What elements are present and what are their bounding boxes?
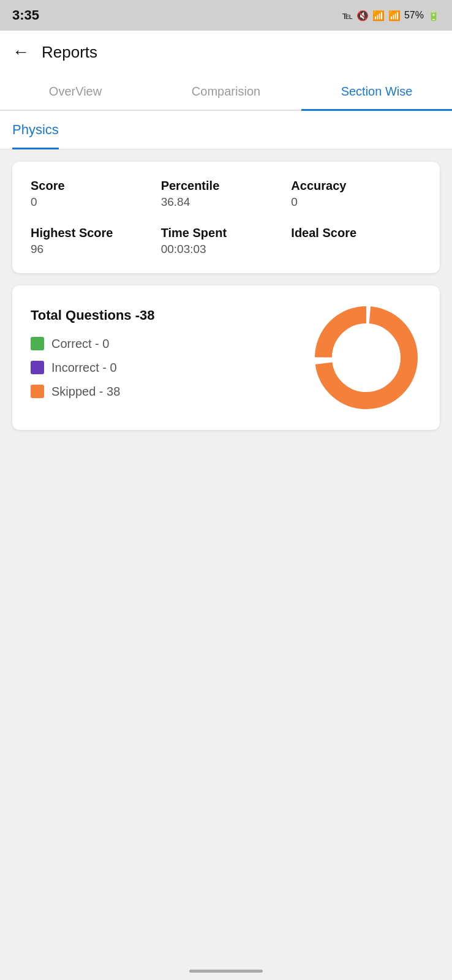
score-item-ideal-score: Ideal Score (291, 226, 421, 256)
main-content: Score 0 Percentile 36.84 Accuracy 0 High… (0, 149, 452, 793)
page-title: Reports (42, 43, 97, 62)
score-item-highest: Highest Score 96 (31, 226, 161, 256)
signal-icon: 📶 (388, 10, 401, 21)
status-icons: ℡ 🔇 📶 📶 57% 🔋 (342, 10, 440, 21)
section-tab-physics[interactable]: Physics (12, 111, 59, 149)
questions-title: Total Questions -38 (31, 307, 311, 323)
status-time: 3:35 (12, 7, 39, 23)
back-button[interactable]: ← (12, 42, 29, 62)
svg-point-0 (323, 315, 409, 401)
questions-legend: Total Questions -38 Correct - 0 Incorrec… (31, 307, 311, 409)
status-bar: 3:35 ℡ 🔇 📶 📶 57% 🔋 (0, 0, 452, 31)
battery-icon: 🔋 (428, 10, 440, 21)
incorrect-color-box (31, 361, 44, 374)
tab-comparision[interactable]: Comparision (151, 74, 301, 110)
donut-svg (311, 303, 421, 413)
incorrect-label: Incorrect - 0 (51, 361, 117, 375)
score-item-score: Score 0 (31, 179, 161, 209)
battery-text: 57% (404, 10, 424, 21)
score-item-accuracy: Accuracy 0 (291, 179, 421, 209)
skipped-color-box (31, 385, 44, 398)
skipped-label: Skipped - 38 (51, 385, 120, 399)
tab-bar: OverView Comparision Section Wise (0, 74, 452, 111)
score-grid: Score 0 Percentile 36.84 Accuracy 0 High… (31, 179, 421, 256)
bluetooth-icon: ℡ (342, 10, 353, 21)
correct-color-box (31, 337, 44, 350)
legend-incorrect: Incorrect - 0 (31, 361, 311, 375)
sound-icon: 🔇 (356, 10, 369, 21)
home-indicator (189, 970, 263, 973)
legend-skipped: Skipped - 38 (31, 385, 311, 399)
questions-card: Total Questions -38 Correct - 0 Incorrec… (12, 285, 440, 430)
score-card: Score 0 Percentile 36.84 Accuracy 0 High… (12, 162, 440, 273)
tab-section-wise[interactable]: Section Wise (301, 74, 452, 110)
section-tab-bar: Physics (0, 111, 452, 149)
legend-correct: Correct - 0 (31, 337, 311, 351)
correct-label: Correct - 0 (51, 337, 109, 351)
score-item-time-spent: Time Spent 00:03:03 (161, 226, 292, 256)
tab-overview[interactable]: OverView (0, 74, 151, 110)
bottom-bar (0, 962, 452, 980)
donut-chart (311, 303, 421, 413)
wifi-icon: 📶 (372, 10, 385, 21)
score-item-percentile: Percentile 36.84 (161, 179, 292, 209)
header: ← Reports (0, 31, 452, 74)
